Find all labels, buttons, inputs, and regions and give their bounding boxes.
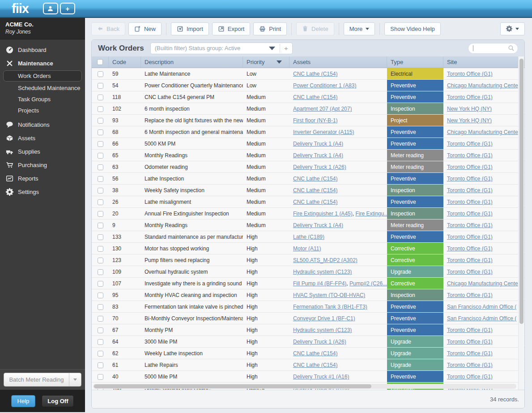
site-link[interactable]: Toronto Office (G1) <box>447 350 493 357</box>
settings-menu-button[interactable] <box>500 22 525 35</box>
site-link[interactable]: Toronto Office (G1) <box>447 199 493 205</box>
search-input[interactable] <box>473 45 508 51</box>
site-link[interactable]: New York HQ (NY) <box>447 106 492 112</box>
row-checkbox[interactable] <box>98 362 103 368</box>
table-row[interactable]: 133Standard maintenance as per manufactu… <box>92 231 524 243</box>
row-checkbox[interactable] <box>98 223 103 228</box>
sidebar-item-projects[interactable]: Projects <box>0 105 85 116</box>
sidebar-item-scheduled-maintenance[interactable]: Scheduled Maintenance <box>0 82 85 94</box>
asset-link[interactable]: First floor (NY-B-1) <box>293 117 338 124</box>
row-checkbox[interactable] <box>98 153 103 159</box>
table-row[interactable]: 107Investigate why there is a grinding s… <box>92 278 524 289</box>
site-link[interactable]: Chicago Manufacturing Cente <box>447 280 518 287</box>
sidebar-item-work-orders[interactable]: Work Orders <box>3 70 82 82</box>
row-checkbox[interactable] <box>98 327 103 333</box>
batch-meter-reading-button[interactable]: Batch Meter Reading <box>4 373 81 387</box>
asset-link[interactable]: CNC Lathe (C154) <box>293 94 337 100</box>
filter-dropdown[interactable]: (Builtin filter) Status group: Active + <box>150 43 293 54</box>
import-button[interactable]: Import <box>171 22 209 35</box>
sidebar-item-dashboard[interactable]: Dashboard <box>0 43 85 56</box>
sidebar-item-reports[interactable]: Reports <box>0 172 85 185</box>
asset-link[interactable]: Delivery Truck 1 (A4) <box>293 141 343 147</box>
new-button[interactable]: New <box>128 22 162 35</box>
site-link[interactable]: Toronto Office (G1) <box>447 257 493 263</box>
site-link[interactable]: Toronto Office (G1) <box>447 164 493 170</box>
add-tab-button[interactable]: + <box>60 3 75 14</box>
row-checkbox[interactable] <box>98 258 103 263</box>
site-link[interactable]: Toronto Office (G1) <box>447 339 493 345</box>
table-row[interactable]: 405000 Mile PMHighDelivery Truck #1 (A16… <box>92 371 524 383</box>
column-header-site[interactable]: Site <box>443 56 524 68</box>
row-checkbox[interactable] <box>98 293 103 298</box>
site-link[interactable]: Toronto Office (G1) <box>447 141 493 147</box>
asset-link[interactable]: Delivery Truck #1 (A16) <box>293 374 349 380</box>
site-link[interactable]: Toronto Office (G1) <box>447 245 493 252</box>
sidebar-item-maintenance[interactable]: Maintenance <box>0 56 85 70</box>
select-all-checkbox[interactable] <box>97 59 103 65</box>
table-row[interactable]: 686 Month inspection and general mainten… <box>92 126 524 138</box>
add-filter-button[interactable]: + <box>284 44 288 52</box>
row-checkbox[interactable] <box>98 211 103 217</box>
log-off-button[interactable]: Log Off <box>42 395 74 407</box>
site-link[interactable]: Toronto Office (G1) <box>447 362 493 368</box>
row-checkbox[interactable] <box>98 141 103 147</box>
help-button[interactable]: Help <box>11 395 36 407</box>
asset-link[interactable]: Hydraulic system (C123) <box>293 327 352 333</box>
asset-link[interactable]: CNC Lathe (C154) <box>293 176 337 182</box>
asset-link[interactable]: Motor (A11) <box>293 245 321 252</box>
column-header-assets[interactable]: Assets <box>289 56 387 68</box>
asset-link[interactable]: CNC Lathe (C154) <box>293 71 337 77</box>
table-row[interactable]: 665000 KM PMMediumDelivery Truck 1 (A4)P… <box>92 138 524 150</box>
asset-link[interactable]: Fermenation Tank 3 (BH1-FT3) <box>293 304 367 310</box>
site-link[interactable]: Toronto Office (G1) <box>447 374 493 380</box>
show-video-help-button[interactable]: Show Video Help <box>384 22 441 35</box>
column-header-code[interactable]: Code <box>109 56 141 68</box>
row-checkbox[interactable] <box>98 95 103 100</box>
row-checkbox[interactable] <box>98 339 103 345</box>
asset-link[interactable]: Lathe (C189) <box>293 234 324 240</box>
asset-link[interactable]: Inverter Generator (A115) <box>293 129 354 135</box>
asset-link[interactable]: Fire Extinguisher 1 (A45) <box>293 211 353 217</box>
row-checkbox[interactable] <box>98 83 103 89</box>
table-row[interactable]: 70Bi-Monthly Conveyor Inspection/Mainten… <box>92 313 524 324</box>
vertical-scrollbar-thumb[interactable] <box>519 59 523 324</box>
site-link[interactable]: Toronto Office (G1) <box>447 187 493 194</box>
row-checkbox[interactable] <box>98 129 103 135</box>
table-row[interactable]: 1026 month inspectionMediumApartment 207… <box>92 103 524 115</box>
table-row[interactable]: 20Annual Fire Extinguisher InspectionMed… <box>92 208 524 219</box>
asset-link[interactable]: CNC Lathe (C154) <box>293 199 337 205</box>
table-row[interactable]: 62Weekly Lathe inspectionHighCNC Lathe (… <box>92 348 524 359</box>
row-checkbox[interactable] <box>98 304 103 310</box>
back-button[interactable]: Back <box>91 22 125 35</box>
table-row[interactable]: 123Pump filters need replacingHighSL500.… <box>92 254 524 266</box>
asset-link[interactable]: Conveyor Drive 1 (BF-C1) <box>293 315 355 322</box>
table-row[interactable]: 9Monthly ReadingsMediumDelivery Truck 1 … <box>92 219 524 231</box>
site-link[interactable]: Toronto Office (G1) <box>447 327 493 333</box>
asset-link[interactable]: CNC Lathe (C154) <box>293 350 337 357</box>
site-link[interactable]: Toronto Office (G1) <box>447 71 493 77</box>
row-checkbox[interactable] <box>98 351 103 357</box>
table-row[interactable]: 54Power Conditioner Quarterly Maintenanc… <box>92 80 524 91</box>
site-link[interactable]: New York HQ (NY) <box>447 117 492 124</box>
asset-link[interactable]: Pump#2 (C26... <box>349 280 387 287</box>
table-row[interactable]: 61Lathe RepairsHighCNC Lathe (C154)Upgra… <box>92 359 524 371</box>
table-row[interactable]: 93Replace the old light fixtures with th… <box>92 115 524 126</box>
table-row[interactable]: 643000 Mile PMHighDelivery Truck 1 (A26)… <box>92 336 524 348</box>
sidebar-item-supplies[interactable]: Supplies <box>0 145 85 158</box>
search-box[interactable] <box>468 43 518 54</box>
asset-link[interactable]: CNC Lathe (C154) <box>293 362 337 368</box>
column-header-description[interactable]: Description <box>141 56 243 68</box>
asset-link[interactable]: Delivery Truck 1 (A4) <box>293 222 343 228</box>
table-row[interactable]: 26Lathe misalignmentMediumCNC Lathe (C15… <box>92 196 524 208</box>
sidebar-item-assets[interactable]: Assets <box>0 131 85 145</box>
asset-link[interactable]: Fill Pump #4 (BF-FP4) <box>293 280 346 287</box>
row-checkbox[interactable] <box>98 246 103 252</box>
more-button[interactable]: More <box>344 22 375 35</box>
row-checkbox[interactable] <box>98 164 103 170</box>
table-row[interactable]: 63Odometer readingMediumDelivery Truck 1… <box>92 161 524 173</box>
table-row[interactable]: 130Motor has stopped workingHighMotor (A… <box>92 243 524 254</box>
sidebar-item-settings[interactable]: Settings <box>0 185 85 198</box>
row-checkbox[interactable] <box>98 106 103 112</box>
row-checkbox[interactable] <box>98 176 103 182</box>
asset-link[interactable]: Power Conditioner 1 (A83) <box>293 82 356 89</box>
